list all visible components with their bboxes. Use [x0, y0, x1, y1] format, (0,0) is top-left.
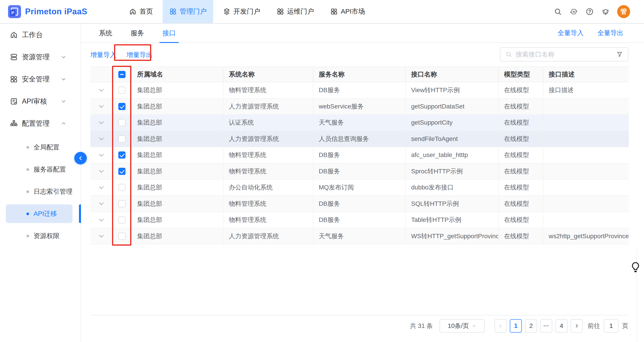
cell-model-type: 在线模型 [498, 228, 543, 244]
prev-page-button[interactable] [494, 319, 507, 332]
chevron-down-icon [61, 54, 66, 60]
tab-service[interactable]: 服务 [131, 24, 144, 42]
document-check-icon [10, 97, 18, 105]
row-checkbox[interactable] [118, 103, 126, 110]
cell-description [543, 147, 629, 163]
search-icon[interactable] [554, 8, 562, 16]
cell-model-type: 在线模型 [498, 212, 543, 228]
top-navbar: P Primeton iPaaS 首页 管理门户 开发门户 运维门户 [0, 0, 644, 24]
user-avatar[interactable]: 管 [617, 5, 630, 18]
cell-domain: 集团总部 [132, 147, 224, 163]
row-checkbox[interactable] [118, 184, 126, 191]
sidebar-subitem-api-migration[interactable]: API迁移 [0, 203, 80, 225]
cell-domain: 集团总部 [132, 99, 224, 114]
expand-chevron-icon[interactable] [99, 88, 104, 92]
sidebar-item-resources[interactable]: 资源管理 [0, 46, 80, 68]
expand-chevron-icon[interactable] [99, 121, 104, 124]
nav-item-dev-portal[interactable]: 开发门户 [216, 0, 267, 23]
next-page-button[interactable] [571, 319, 583, 332]
expand-chevron-icon[interactable] [99, 105, 104, 108]
expand-chevron-icon[interactable] [99, 186, 104, 189]
expand-chevron-icon[interactable] [99, 218, 104, 222]
nav-item-api-market[interactable]: API市场 [324, 0, 372, 23]
cell-system: 物料管理系统 [224, 212, 314, 228]
expand-chevron-icon[interactable] [99, 202, 104, 205]
page-number-button[interactable]: ••• [540, 319, 552, 332]
sidebar-item-security[interactable]: 安全管理 [0, 68, 80, 90]
lightbulb-icon[interactable] [630, 261, 641, 273]
expand-chevron-icon[interactable] [99, 170, 104, 173]
page-number-button[interactable]: 1 [510, 319, 522, 332]
cell-model-type: 在线模型 [498, 180, 543, 196]
cell-description: 接口描述 [543, 82, 629, 98]
sidebar-subitem-resource-permissions[interactable]: 资源权限 [0, 225, 80, 247]
bulk-actions: 全量导入 全量导出 [558, 29, 644, 38]
row-checkbox[interactable] [118, 135, 126, 142]
logo-letter: P [10, 10, 16, 16]
nav-label: 首页 [139, 7, 153, 16]
table-row: 集团总部 物料管理系统 DB服务 Table转HTTP示例 在线模型 [90, 212, 629, 228]
cell-model-type: 在线模型 [498, 131, 543, 147]
svg-text:AI: AI [572, 10, 575, 13]
ai-assistant-icon[interactable]: AI [570, 8, 578, 16]
sidebar-sublabel: 服务器配置 [34, 165, 66, 174]
sidebar-subitem-log-index[interactable]: 日志索引管理 [0, 180, 80, 203]
row-expand-cell [90, 196, 112, 212]
sidebar-sublabel: API迁移 [34, 209, 57, 218]
sidebar-collapse-button[interactable] [74, 152, 87, 164]
tab-system[interactable]: 系统 [99, 24, 112, 42]
sidebar-subitem-global-config[interactable]: 全局配置 [0, 136, 80, 158]
cell-service: DB服务 [314, 164, 406, 180]
row-checkbox[interactable] [118, 152, 126, 158]
incremental-import-link[interactable]: 增量导入 [90, 50, 116, 60]
cell-description: ws2http_getSupportProvince [543, 228, 629, 244]
sidebar-subitem-server-config[interactable]: 服务器配置 [0, 158, 80, 180]
expand-chevron-icon[interactable] [99, 234, 104, 238]
row-checkbox[interactable] [118, 168, 126, 175]
cell-domain: 集团总部 [132, 212, 224, 228]
tab-interface[interactable]: 接口 [162, 24, 176, 42]
cell-system: 物料管理系统 [224, 164, 314, 180]
layers-icon [223, 8, 230, 15]
search-input[interactable] [516, 51, 616, 58]
row-checkbox[interactable] [118, 216, 126, 224]
sidebar-item-workbench[interactable]: 工作台 [0, 24, 80, 46]
select-all-checkbox[interactable] [118, 71, 126, 78]
nav-item-admin-portal[interactable]: 管理门户 [162, 0, 213, 23]
row-expand-cell [90, 212, 112, 228]
filter-funnel-icon[interactable] [616, 51, 623, 58]
page-number-button[interactable]: 4 [556, 319, 568, 332]
expand-chevron-icon[interactable] [99, 137, 104, 140]
row-checkbox-cell [112, 196, 132, 212]
row-checkbox[interactable] [118, 86, 126, 94]
notifications-bell-icon[interactable] [601, 8, 610, 16]
cell-service: MQ发布订阅 [314, 180, 406, 196]
row-checkbox[interactable] [118, 200, 126, 207]
help-icon[interactable] [586, 8, 594, 16]
row-checkbox[interactable] [118, 119, 126, 126]
incremental-export-link[interactable]: 增量导出 [126, 50, 152, 60]
nav-item-ops-portal[interactable]: 运维门户 [270, 0, 320, 23]
page-size-select[interactable]: 10条/页 [440, 319, 485, 332]
table-row: 集团总部 人力资源管理系统 天气服务 WS转HTTP_getSupportPro… [90, 228, 629, 245]
cell-service: DB服务 [314, 82, 406, 98]
full-export-link[interactable]: 全量导出 [598, 29, 624, 38]
page-number-button[interactable]: 2 [525, 319, 537, 332]
nav-item-home[interactable]: 首页 [122, 0, 160, 23]
row-checkbox[interactable] [118, 232, 126, 240]
cell-domain: 集团总部 [132, 164, 224, 180]
sidebar-item-config[interactable]: 配置管理 [0, 112, 80, 134]
home-icon [10, 31, 18, 39]
cell-description [543, 212, 629, 228]
row-expand-cell [90, 180, 112, 196]
app-logo[interactable]: P Primeton iPaaS [8, 5, 87, 18]
cell-system: 人力资源管理系统 [224, 99, 314, 114]
goto-page-input[interactable] [604, 319, 618, 332]
full-import-link[interactable]: 全量导入 [558, 29, 584, 38]
table-row: 集团总部 物料管理系统 DB服务 View转HTTP示例 在线模型 接口描述 [90, 82, 629, 99]
cell-description [543, 99, 629, 114]
sidebar-item-api-audit[interactable]: API审核 [0, 90, 80, 112]
row-expand-cell [90, 228, 112, 244]
search-icon [505, 51, 512, 58]
expand-chevron-icon[interactable] [99, 154, 104, 157]
